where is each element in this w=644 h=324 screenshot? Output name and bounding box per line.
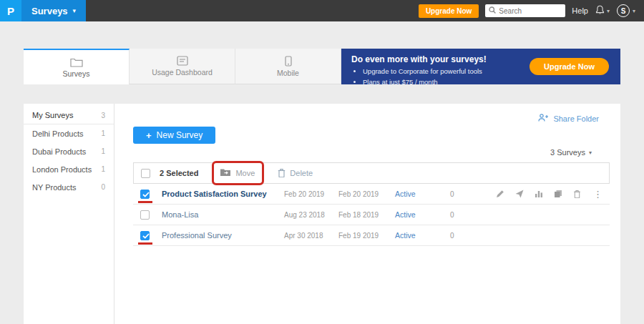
row-checkbox-wrap [140,210,150,220]
responses-count: 0 [450,211,479,219]
chevron-down-icon: ▾ [607,8,610,14]
folder-label: Delhi Products [32,129,84,138]
trash-icon[interactable] [573,190,581,198]
search-box[interactable] [485,4,565,17]
modified-date: Feb 18 2019 [338,211,395,219]
row-checkbox[interactable] [140,190,150,199]
move-label: Move [235,169,255,177]
survey-title-link[interactable]: Professional Survey [162,231,284,240]
bulk-action-toolbar: 2 Selected Move Delete [133,162,610,184]
share-folder-link[interactable]: Share Folder [538,114,599,123]
surveys-menu-label: Surveys [31,6,68,16]
survey-list: 2 Selected Move Delete [133,162,610,246]
row-actions: ⋮ [496,189,602,200]
tabs-banner-row: Surveys Usage Dashboard Mobile Do even m… [24,49,620,84]
status-badge: Active [395,231,450,240]
survey-list-panel: Share Folder + New Survey 3 Surveys ▾ 2 … [115,104,620,324]
modified-date: Feb 20 2019 [338,190,395,198]
folder-label: London Products [32,165,92,174]
top-bar: P Surveys ▾ Upgrade Now Help ▾ S ▾ [0,0,644,21]
tab-surveys[interactable]: Surveys [24,49,130,84]
plus-icon: + [146,130,152,141]
folder-count: 1 [101,165,105,173]
promo-banner: Do even more with your surveys! Upgrade … [341,49,620,84]
sidebar-item-ny-products[interactable]: NY Products 0 [24,178,114,196]
folder-count: 3 [101,112,105,119]
topbar-upgrade-button[interactable]: Upgrade Now [419,4,479,18]
created-date: Aug 23 2018 [284,211,338,219]
folder-label: NY Products [32,183,77,192]
created-date: Apr 30 2018 [284,232,338,240]
annotation-underline [138,242,152,245]
status-badge: Active [395,210,450,219]
sidebar-item-london-products[interactable]: London Products 1 [24,160,114,178]
dashboard-icon [177,56,188,66]
row-checkbox-wrap [140,231,150,240]
avatar: S [617,4,630,17]
account-menu[interactable]: S ▾ [617,4,635,17]
move-button[interactable]: Move [217,167,258,180]
chevron-down-icon: ▾ [589,149,592,156]
view-tabs: Surveys Usage Dashboard Mobile [24,49,341,84]
chevron-down-icon: ▾ [73,7,77,14]
surveys-menu[interactable]: Surveys ▾ [21,0,86,21]
row-checkbox[interactable] [140,210,150,220]
folder-count: 0 [101,183,105,191]
survey-title-link[interactable]: Product Satisfaction Survey [162,190,284,198]
bell-icon [595,5,605,16]
move-folder-icon [220,168,231,178]
share-folder-label: Share Folder [553,114,599,123]
responses-count: 0 [450,190,479,198]
annotation-underline [138,201,152,203]
copy-icon[interactable] [554,190,562,198]
more-options-icon[interactable]: ⋮ [593,189,602,200]
status-badge: Active [395,190,450,198]
edit-pencil-icon[interactable] [496,190,504,198]
share-folder-icon [538,114,549,123]
search-input[interactable] [499,7,562,15]
notifications-menu[interactable]: ▾ [595,5,610,16]
delete-label: Delete [290,169,313,177]
survey-count-label: 3 Surveys [550,148,585,157]
content-panel: My Surveys 3 Delhi Products 1 Dubai Prod… [24,104,620,324]
responses-count: 0 [450,232,479,240]
app-logo[interactable]: P [0,0,21,21]
survey-title-link[interactable]: Mona-Lisa [162,210,284,219]
folder-label: My Surveys [32,111,73,119]
folder-label: Dubai Products [32,147,86,156]
search-icon [489,6,496,15]
chevron-down-icon: ▾ [633,8,635,14]
send-icon[interactable] [515,190,524,198]
delete-button[interactable]: Delete [278,168,313,179]
tab-label: Surveys [63,69,90,78]
reports-chart-icon[interactable] [535,190,543,198]
sidebar-item-dubai-products[interactable]: Dubai Products 1 [24,142,114,160]
selected-count-label: 2 Selected [160,169,198,177]
new-survey-label: New Survey [157,130,203,140]
select-all-checkbox[interactable] [141,169,150,178]
banner-upgrade-button[interactable]: Upgrade Now [530,58,609,75]
banner-bullet: Plans at just $75 / month [363,77,610,88]
created-date: Feb 20 2019 [284,190,338,198]
tab-mobile[interactable]: Mobile [235,49,341,84]
row-checkbox[interactable] [140,231,150,240]
table-row: Professional Survey Apr 30 2018 Feb 19 2… [133,225,610,246]
sidebar-item-my-surveys[interactable]: My Surveys 3 [24,107,114,124]
mobile-icon [285,56,292,67]
modified-date: Feb 19 2019 [338,232,395,240]
table-row: Product Satisfaction Survey Feb 20 2019 … [133,184,610,205]
row-checkbox-wrap [140,190,150,199]
sidebar-item-delhi-products[interactable]: Delhi Products 1 [24,124,114,142]
tab-label: Mobile [277,69,299,77]
folder-sidebar: My Surveys 3 Delhi Products 1 Dubai Prod… [24,104,114,324]
folder-count: 1 [101,129,105,137]
survey-count-dropdown[interactable]: 3 Surveys ▾ [550,148,592,157]
trash-icon [278,168,286,179]
table-row: Mona-Lisa Aug 23 2018 Feb 18 2019 Active… [133,205,610,225]
tab-label: Usage Dashboard [152,68,213,77]
tab-usage-dashboard[interactable]: Usage Dashboard [130,49,235,84]
folder-count: 1 [101,147,105,155]
help-link[interactable]: Help [572,6,588,15]
folder-icon [70,57,83,67]
new-survey-button[interactable]: + New Survey [133,127,215,144]
